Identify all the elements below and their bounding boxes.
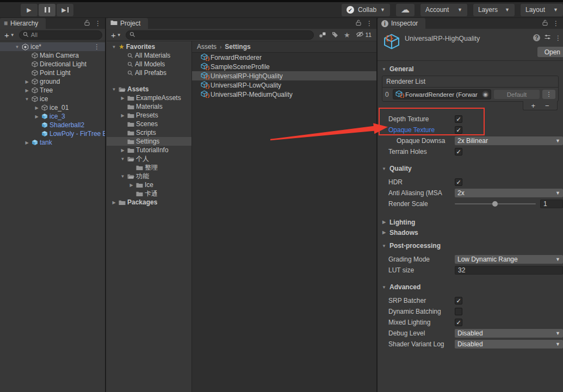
- quality-foldout[interactable]: ▼ Quality: [378, 164, 563, 173]
- pause-button[interactable]: [39, 4, 55, 16]
- srp-batcher-checkbox[interactable]: ✓: [455, 297, 462, 304]
- hierarchy-item-tank[interactable]: ▶tank: [0, 138, 105, 147]
- general-foldout[interactable]: ▼ General: [378, 64, 563, 74]
- hierarchy-item-ground[interactable]: ▶ground: [0, 77, 105, 86]
- project-folder-favorites[interactable]: ▼★Favorites: [107, 42, 191, 51]
- asset-forwardrenderer[interactable]: {}ForwardRenderer: [192, 53, 376, 62]
- shader-variant-log-dropdown[interactable]: Disabled▼: [455, 340, 563, 349]
- section-shadows[interactable]: ▶ Shadows: [378, 227, 563, 238]
- asset-universalrp-mediumquality[interactable]: {}UniversalRP-MediumQuality: [192, 90, 376, 99]
- opaque-texture-checkbox[interactable]: ✓: [455, 126, 462, 134]
- slider-handle[interactable]: [492, 201, 498, 207]
- kebab-menu-icon[interactable]: ⋮: [366, 20, 373, 27]
- mixed-lighting-checkbox[interactable]: ✓: [455, 319, 462, 326]
- anti-aliasing-msa-dropdown[interactable]: 2x▼: [455, 189, 563, 197]
- opaque-downsa-dropdown[interactable]: 2x Bilinear▼: [455, 136, 563, 145]
- step-button[interactable]: ▶: [57, 4, 73, 16]
- project-tabbar: Project ⋮: [107, 18, 376, 29]
- project-folder-materials[interactable]: Materials: [107, 102, 191, 111]
- kebab-menu-icon[interactable]: ⋮: [555, 35, 561, 41]
- hierarchy-item-directional-light[interactable]: Directional Light: [0, 60, 105, 69]
- project-folder-ice[interactable]: ▶Ice: [107, 181, 191, 189]
- presets-icon[interactable]: [544, 34, 551, 42]
- foldout-down-icon: ▼: [111, 45, 117, 49]
- project-folder-scripts[interactable]: Scripts: [107, 128, 191, 137]
- project-folder-tutorialinfo[interactable]: ▶TutorialInfo: [107, 146, 191, 154]
- cloud-button[interactable]: ☁: [396, 4, 414, 16]
- remove-renderer-button[interactable]: −: [543, 102, 552, 109]
- project-folder-all-models[interactable]: All Models: [107, 60, 191, 69]
- section-lighting[interactable]: ▶ Lighting: [378, 217, 563, 227]
- scene-options-icon[interactable]: ⋮: [94, 43, 105, 51]
- hierarchy-item-point-light[interactable]: Point Light: [0, 69, 105, 77]
- render-scale-field[interactable]: 1: [540, 200, 563, 208]
- postprocessing-foldout[interactable]: ▼ Post-processing: [378, 241, 563, 251]
- project-folder-卡通[interactable]: 卡通: [107, 189, 191, 198]
- project-folder-scenes[interactable]: Scenes: [107, 120, 191, 128]
- renderer-options-button[interactable]: ⋮: [542, 90, 555, 99]
- renderer-list-row[interactable]: 0 {} ForwardRenderer (Forwar ◉ Default ⋮: [382, 88, 558, 101]
- advanced-foldout[interactable]: ▼ Advanced: [378, 282, 563, 292]
- tab-hierarchy[interactable]: ≡ Hierarchy: [0, 18, 46, 29]
- grading-mode-dropdown[interactable]: Low Dynamic Range▼: [455, 255, 563, 264]
- hierarchy-search-input[interactable]: All: [19, 30, 102, 40]
- renderer-object-field[interactable]: {} ForwardRenderer (Forwar ◉: [393, 89, 491, 99]
- hierarchy-item-ice[interactable]: ▼ice*⋮: [0, 42, 105, 51]
- asset-universalrp-highquality[interactable]: {}UniversalRP-HighQuality: [192, 71, 376, 80]
- object-picker-icon[interactable]: ◉: [482, 91, 489, 98]
- hierarchy-item-main-camera[interactable]: Main Camera: [0, 51, 105, 60]
- main-toolbar: ▶ ▶ ✓ Collab ▼ ☁ Account▼ Layers▼ Layout…: [0, 0, 563, 18]
- hierarchy-item-ice-3[interactable]: ▶ice_3: [0, 112, 105, 121]
- lut-size-field[interactable]: 32: [455, 266, 563, 275]
- hdr-checkbox[interactable]: ✓: [455, 178, 462, 186]
- project-folder-settings[interactable]: Settings: [107, 137, 191, 146]
- layers-dropdown[interactable]: Layers▼: [473, 4, 515, 16]
- terrain-holes-checkbox[interactable]: ✓: [455, 148, 462, 155]
- folder-icon: [127, 121, 134, 127]
- hierarchy-item-shaderball2[interactable]: Shaderball2: [0, 121, 105, 129]
- hierarchy-item-tree[interactable]: ▶Tree: [0, 86, 105, 95]
- breadcrumb-current[interactable]: Settings: [225, 43, 250, 51]
- hierarchy-item-ice[interactable]: ▼ice: [0, 95, 105, 103]
- layout-dropdown[interactable]: Layout▼: [521, 4, 563, 16]
- account-dropdown[interactable]: Account▼: [420, 4, 467, 16]
- breadcrumb-root[interactable]: Assets: [197, 43, 216, 51]
- search-by-label-icon[interactable]: [332, 32, 338, 38]
- project-folder-all-materials[interactable]: All Materials: [107, 51, 191, 60]
- collab-button[interactable]: ✓ Collab ▼: [342, 4, 390, 16]
- create-button[interactable]: +▼: [109, 31, 123, 39]
- asset-universalrp-lowquality[interactable]: {}UniversalRP-LowQuality: [192, 80, 376, 90]
- favorites-star-icon[interactable]: ★: [344, 32, 350, 39]
- project-folder-presets[interactable]: ▶Presets: [107, 111, 191, 120]
- lock-open-icon[interactable]: [356, 20, 361, 28]
- debug-level-dropdown[interactable]: Disabled▼: [455, 329, 563, 338]
- kebab-menu-icon[interactable]: ⋮: [553, 20, 559, 27]
- project-folder-packages[interactable]: ▶Packages: [107, 198, 191, 207]
- project-folder-all-prefabs[interactable]: All Prefabs: [107, 69, 191, 77]
- create-button[interactable]: +▼: [3, 31, 16, 39]
- hidden-count-toggle[interactable]: 11: [356, 31, 372, 39]
- lock-open-icon[interactable]: [542, 20, 548, 28]
- asset-samplesceneprofile[interactable]: {}SampleSceneProfile: [192, 62, 376, 71]
- project-folder-功能[interactable]: ▼功能: [107, 172, 191, 181]
- kebab-menu-icon[interactable]: ⋮: [95, 20, 101, 27]
- project-folder-exampleassets[interactable]: ▶ExampleAssets: [107, 94, 191, 102]
- open-button[interactable]: Open: [537, 47, 563, 57]
- project-folder-个人[interactable]: ▼个人: [107, 154, 191, 163]
- hierarchy-item-ice-01[interactable]: ▶ice_01: [0, 103, 105, 112]
- add-renderer-button[interactable]: +: [529, 102, 537, 109]
- play-button[interactable]: ▶: [21, 4, 38, 16]
- lock-open-icon[interactable]: [84, 20, 90, 28]
- hierarchy-item-lowpoly-firtree-e[interactable]: LowPoly - FirTree E: [0, 129, 105, 138]
- project-search-input[interactable]: [126, 30, 314, 40]
- project-folder-assets[interactable]: ▼Assets: [107, 85, 191, 94]
- project-folder-整理[interactable]: 整理: [107, 163, 191, 172]
- default-button[interactable]: Default: [494, 90, 540, 99]
- help-icon[interactable]: ?: [533, 34, 540, 41]
- render-scale-slider[interactable]: [455, 203, 536, 204]
- tab-project[interactable]: Project: [107, 18, 148, 29]
- depth-texture-checkbox[interactable]: ✓: [455, 115, 462, 123]
- dynamic-batching-checkbox[interactable]: [455, 308, 462, 315]
- tab-inspector[interactable]: i Inspector: [378, 18, 425, 29]
- search-by-type-icon[interactable]: [319, 32, 326, 38]
